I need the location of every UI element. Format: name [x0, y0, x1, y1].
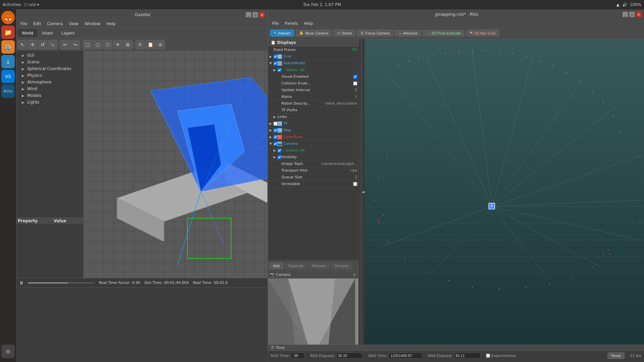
camera-display-row[interactable]: ▼ 📷 Camera — [268, 140, 359, 147]
tree-item-models[interactable]: ▶ Models — [16, 92, 83, 99]
remove-display-btn[interactable]: Remove — [309, 262, 330, 269]
minimize-button[interactable]: _ — [246, 12, 251, 17]
files-icon[interactable]: 📁 — [1, 25, 15, 39]
focus-camera-tool-btn[interactable]: ◎ Focus Camera — [357, 29, 393, 37]
box-btn[interactable]: □ — [83, 40, 92, 49]
sphere-btn[interactable]: ○ — [93, 40, 102, 49]
rviz-3d-viewport[interactable] — [365, 39, 644, 345]
camera-display-checkbox[interactable] — [273, 142, 277, 146]
time-progress-bar[interactable] — [28, 282, 95, 284]
gazebo-menu-window[interactable]: Window — [82, 21, 103, 27]
rviz-menu-file[interactable]: File — [269, 20, 281, 26]
activities-button[interactable]: Activities — [3, 2, 21, 7]
collision-enabled-row: Collision Enab... — [268, 80, 359, 87]
collision-checkbox[interactable] — [353, 81, 357, 85]
visibility-checkbox[interactable] — [277, 155, 281, 159]
app-indicator[interactable]: ⬡ rviz ▾ — [24, 2, 39, 7]
copy-btn[interactable]: ⎘ — [136, 40, 145, 49]
collapse-arrow[interactable]: ◀ — [361, 39, 365, 345]
links-row[interactable]: ▶ Links — [268, 114, 359, 120]
select-tool-btn[interactable]: ▭ Select — [333, 29, 356, 37]
gazebo-menu-file[interactable]: File — [18, 21, 30, 27]
pose-estimate-tool-btn[interactable]: → 2D Pose Estimate — [423, 30, 465, 37]
gazebo-viewport[interactable] — [84, 51, 267, 278]
measure-tool-btn[interactable]: — Measure — [394, 30, 421, 37]
visual-enabled-checkbox[interactable] — [353, 75, 357, 79]
gazebo-menu-edit[interactable]: Edit — [31, 21, 44, 27]
firefox-icon[interactable]: 🦊 — [1, 11, 15, 24]
grid-icon[interactable]: ⊞ — [1, 345, 15, 358]
undo-btn[interactable]: ↩ — [60, 40, 70, 49]
select-tool-btn[interactable]: ↖ — [18, 40, 27, 49]
camera-panel-close-btn[interactable]: ✕ — [353, 273, 356, 277]
robot-status-checkbox[interactable] — [277, 68, 281, 72]
move-camera-tool-btn[interactable]: ✋ Move Camera — [296, 29, 332, 37]
grid-display-row[interactable]: ▶ ⊞ Grid — [268, 53, 359, 60]
gazebo-menu-help[interactable]: Help — [104, 21, 118, 27]
rviz-maximize-button[interactable]: □ — [629, 12, 635, 17]
experimental-checkbox[interactable] — [486, 354, 490, 358]
duplicate-display-btn[interactable]: Duplicate — [285, 262, 308, 269]
camera-panel-title: Camera — [276, 273, 290, 277]
translate-tool-btn[interactable]: ✛ — [28, 40, 37, 49]
ros-time-input[interactable] — [291, 353, 305, 359]
measure-label: Measure — [403, 31, 418, 35]
redo-btn[interactable]: ↪ — [70, 40, 80, 49]
maximize-button[interactable]: □ — [253, 12, 258, 17]
gazebo-menu-view[interactable]: View — [66, 21, 81, 27]
software-icon[interactable]: 🏬 — [1, 40, 15, 54]
tree-item-scene[interactable]: ▶ Scene — [16, 59, 83, 65]
tab-layers[interactable]: Layers — [57, 29, 78, 37]
ros-elapsed-label: ROS Elapsed: — [310, 354, 335, 358]
tree-item-wind[interactable]: ▶ Wind — [16, 85, 83, 92]
nav-goal-tool-btn[interactable]: ⚑ 2D Nav Goal — [466, 29, 499, 37]
paste-btn[interactable]: 📋 — [146, 40, 155, 49]
rviz-menu-help[interactable]: Help — [301, 20, 316, 26]
svg-rect-39 — [499, 51, 499, 52]
light-btn[interactable]: ☀ — [113, 40, 122, 49]
reset-time-btn[interactable]: Reset — [607, 352, 625, 359]
interact-tool-btn[interactable]: ↖ Interact — [270, 29, 294, 37]
ros-elapsed-input[interactable] — [336, 353, 363, 359]
laser-scan-checkbox[interactable] — [273, 135, 277, 139]
scale-tool-btn[interactable]: ⤡ — [48, 40, 57, 49]
tree-item-physics[interactable]: ▶ Physics — [16, 72, 83, 79]
visibility-row: ▶ Visibility — [268, 154, 359, 161]
robot-model-row[interactable]: ▼ 🤖 RobotModel — [268, 60, 359, 67]
wall-elapsed-input[interactable] — [454, 353, 481, 359]
tf-checkbox[interactable] — [273, 122, 277, 126]
vertical-resize-handle[interactable] — [359, 39, 361, 345]
rename-display-btn[interactable]: Rename — [331, 262, 353, 269]
property-header: Property Value — [16, 218, 83, 224]
rviz-close-button[interactable]: ✕ — [636, 12, 641, 17]
mesh-btn[interactable]: ⊞ — [123, 40, 132, 49]
tab-world[interactable]: World — [18, 29, 37, 37]
map-checkbox[interactable] — [273, 128, 277, 132]
tree-item-lights[interactable]: ▶ Lights — [16, 99, 83, 106]
robot-model-checkbox[interactable] — [273, 61, 277, 65]
unreliable-checkbox[interactable] — [353, 182, 357, 186]
rviz-menu-panels[interactable]: Panels — [282, 20, 301, 26]
pause-button[interactable]: ⏸ — [19, 280, 24, 286]
tree-item-gui[interactable]: ▶ GUI — [16, 52, 83, 59]
map-row[interactable]: ▶ 🗺 Map — [268, 127, 359, 134]
gazebo-menu-camera[interactable]: Camera — [44, 21, 65, 27]
grid-checkbox[interactable] — [273, 55, 277, 59]
tf-row[interactable]: ▶ TF TF — [268, 120, 359, 127]
tab-insert[interactable]: Insert — [38, 29, 57, 37]
align-btn[interactable]: ≡ — [156, 40, 165, 49]
rviz-icon[interactable]: RViz — [1, 84, 15, 98]
image-topic-row: Image Topic /camera/zed/rgb/i... — [268, 161, 359, 167]
add-display-btn[interactable]: Add — [269, 262, 283, 269]
cylinder-btn[interactable]: ⬡ — [103, 40, 112, 49]
rotate-tool-btn[interactable]: ↺ — [38, 40, 47, 49]
tree-item-atmosphere[interactable]: ▶ Atmosphere — [16, 79, 83, 85]
vscode-icon[interactable]: VS — [1, 70, 15, 83]
tree-item-spherical[interactable]: ▶ Spherical Coordinates — [16, 65, 83, 72]
laser-scan-row[interactable]: ▶ ⊙ LaserScan — [268, 134, 359, 140]
camera-status-checkbox[interactable] — [277, 148, 281, 153]
close-button[interactable]: ✕ — [259, 12, 265, 17]
wall-time-input[interactable] — [389, 353, 422, 359]
rviz-minimize-button[interactable]: _ — [623, 12, 628, 17]
update-icon[interactable]: ↓ — [1, 55, 15, 68]
